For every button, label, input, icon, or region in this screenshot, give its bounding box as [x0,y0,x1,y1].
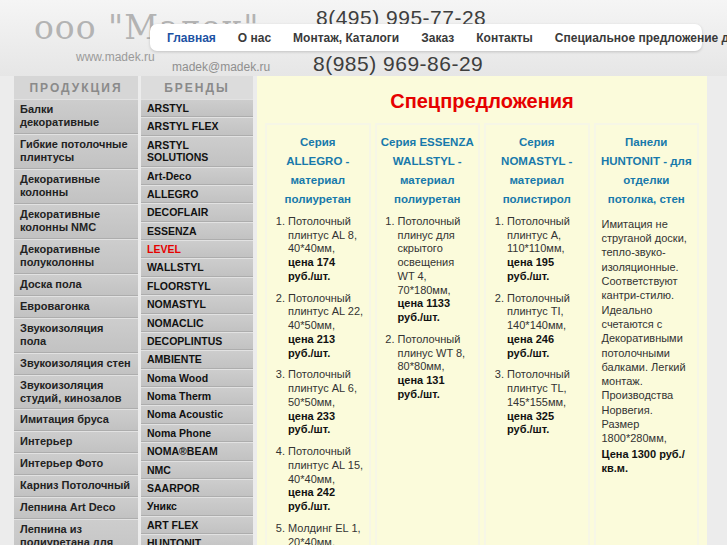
offer-item-text: Потолочный плинтус AL 6, 50*50мм, [288,368,357,408]
brand-link[interactable]: ESSENZA [141,222,253,240]
product-category-link[interactable]: Балки декоративные [14,99,138,134]
offer-heading: Панели HUNTONIT - для отделки потолка, с… [599,129,695,215]
offer-item-text: Потолочный плинтус TI, 140*140мм, [507,292,570,332]
page-title: Спецпредложения [263,90,701,113]
offer-heading: Серия ESSENZA WALLSTYL - материал полиур… [380,129,476,215]
logo-site-url: www.madek.ru [76,50,155,64]
email-text: madek@madek.ru [172,60,270,74]
nav-tab[interactable]: Специальное предложение для... [544,31,727,45]
product-category-link[interactable]: Имитация бруса [14,409,138,431]
brands-sidebar-title: БРЕНДЫ [141,76,253,99]
offer-heading: Серия ALLEGRO - материал полиуретан [270,129,366,215]
product-category-link[interactable]: Декоративные колонны NMC [14,204,138,239]
offer-item-price: цена 174 руб./шт. [288,256,364,284]
offer-paragraph-price: Цена 1300 руб./кв.м. [602,447,692,476]
offer-card: Панели HUNTONIT - для отделки потолка, с… [594,123,700,545]
product-category-link[interactable]: Карниз Потолочный [14,475,138,497]
nav-tab[interactable]: Заказ [410,31,465,45]
main-navigation: Главная О нас Монтаж, Каталоги Заказ Кон… [150,24,702,51]
offer-item-text: Молдинг EL 1, 20*40мм, [288,522,361,545]
offer-item-price: цена 325 руб./шт. [507,410,583,438]
brand-link[interactable]: NOMASTYL [141,295,253,313]
brand-link[interactable]: ARSTYL FLEX [141,117,253,135]
offer-paragraph: Имитация не струганой доски, тепло-звуко… [602,217,692,475]
nav-tab[interactable]: Монтаж, Каталоги [282,31,410,45]
page: ооо "Мадек" www.madek.ru 8(495) 995-77-2… [0,0,727,545]
product-category-link[interactable]: Звукоизоляция стен [14,353,138,375]
brand-link[interactable]: DECOFLAIR [141,203,253,221]
offer-item-price: цена 131 руб./шт. [398,374,474,402]
offer-list: Потолочный плинус для скрытого освещения… [380,215,476,402]
offer-item-text: Потолочный плинтус А, 110*110мм, [507,215,570,255]
brands-sidebar: БРЕНДЫ ARSTYL ARSTYL FLEX ARSTYL SOLUTIO… [141,76,253,545]
product-category-link[interactable]: Лепнина Art Deco [14,497,138,519]
offer-list: Потолочный плинтус А, 110*110мм, цена 19… [489,215,585,437]
brand-link[interactable]: ART FLEX [141,516,253,534]
offers-row: Серия ALLEGRO - материал полиуретанПотол… [263,123,701,545]
offer-item: Потолочный плинус WT 8, 80*80мм, цена 13… [398,333,474,402]
brand-link[interactable]: Noma Wood [141,369,253,387]
nav-tab[interactable]: Главная [156,31,227,45]
product-category-link[interactable]: Лепнина из полиуретана для подсветки [14,519,138,545]
product-category-link[interactable]: Декоративные полуколонны [14,239,138,274]
header: ооо "Мадек" www.madek.ru 8(495) 995-77-2… [0,0,727,76]
brand-link[interactable]: FLOORSTYL [141,277,253,295]
brand-link[interactable]: Noma Acoustic [141,405,253,423]
product-category-link[interactable]: Доска пола [14,274,138,296]
offer-card: Серия ESSENZA WALLSTYL - материал полиур… [375,123,481,545]
brand-link[interactable]: DECOPLINTUS [141,332,253,350]
brand-link[interactable]: ALLEGRO [141,185,253,203]
product-category-link[interactable]: Звукоизоляция пола [14,318,138,353]
product-category-link[interactable]: Интерьер Фото [14,453,138,475]
brand-link[interactable]: ARSTYL SOLUTIONS [141,136,253,167]
phone-secondary: 8(985) 969-86-29 [313,52,483,76]
brand-link[interactable]: Noma Therm [141,387,253,405]
offer-item: Потолочный плинус для скрытого освещения… [398,215,474,325]
brand-link[interactable]: WALLSTYL [141,258,253,276]
content-area: Спецпредложения Серия ALLEGRO - материал… [257,76,707,545]
offer-item-price: цена 242 руб./шт. [288,486,364,514]
product-category-link[interactable]: Евровагонка [14,296,138,318]
offer-heading: Серия NOMASTYL - материал полистирол [489,129,585,215]
offer-item-text: Потолочный плинтус AL 8, 40*40мм, [288,215,357,255]
brands-list: ARSTYL ARSTYL FLEX ARSTYL SOLUTIONS Art-… [141,99,253,545]
products-sidebar-title: ПРОДУКЦИЯ [14,76,138,99]
offer-item-price: цена 1133 руб./шт. [398,297,474,325]
product-category-link[interactable]: Звукоизоляция студий, кинозалов [14,375,138,410]
product-category-link[interactable]: Интерьер [14,431,138,453]
brand-link[interactable]: NOMACLIC [141,314,253,332]
offer-item-text: Потолочный плинтус AL 22, 40*50мм, [288,292,363,332]
offer-list: Потолочный плинтус AL 8, 40*40мм, цена 1… [270,215,366,545]
offer-item-price: цена 233 руб./шт. [288,410,364,438]
offer-item-text: Потолочный плинус для скрытого освещения… [398,215,461,296]
offer-item-text: Потолочный плинус WT 8, 80*80мм, [398,333,466,373]
brand-link[interactable]: Уникс [141,497,253,515]
offer-item: Потолочный плинтус TI, 140*140мм, цена 2… [507,292,583,361]
products-list: Балки декоративные Гибкие потолочные пли… [14,99,138,545]
offer-item: Потолочный плинтус AL 8, 40*40мм, цена 1… [288,215,364,284]
brand-link[interactable]: AMBIENTE [141,350,253,368]
brand-link[interactable]: Noma Phone [141,424,253,442]
offer-item-price: цена 246 руб./шт. [507,333,583,361]
product-category-link[interactable]: Гибкие потолочные плинтусы [14,134,138,169]
brand-link[interactable]: ARSTYL [141,99,253,117]
brand-link[interactable]: Art-Deco [141,167,253,185]
offer-item: Потолочный плинтус TL, 145*155мм, цена 3… [507,368,583,437]
brand-link[interactable]: LEVEL [141,240,253,258]
offer-card: Серия ALLEGRO - материал полиуретанПотол… [265,123,371,545]
nav-tab[interactable]: Контакты [465,31,544,45]
offer-item: Потолочный плинтус AL 22, 40*50мм, цена … [288,292,364,361]
brand-link[interactable]: HUNTONIT [141,534,253,545]
offer-item: Потолочный плинтус AL 15, 40*40мм, цена … [288,445,364,514]
offer-item-text: Потолочный плинтус AL 15, 40*40мм, [288,445,363,485]
offer-item-text: Потолочный плинтус TL, 145*155мм, [507,368,570,408]
brand-link[interactable]: NOMA®BEAM [141,442,253,460]
nav-tab[interactable]: О нас [227,31,282,45]
product-category-link[interactable]: Декоративные колонны [14,169,138,204]
brand-link[interactable]: SAARPOR [141,479,253,497]
offer-item: Потолочный плинтус AL 6, 50*50мм, цена 2… [288,368,364,437]
offer-item: Молдинг EL 1, 20*40мм, цена 131 руб./шт. [288,522,364,545]
products-sidebar: ПРОДУКЦИЯ Балки декоративные Гибкие пото… [14,76,138,545]
offer-item-price: цена 195 руб./шт. [507,256,583,284]
brand-link[interactable]: NMC [141,461,253,479]
